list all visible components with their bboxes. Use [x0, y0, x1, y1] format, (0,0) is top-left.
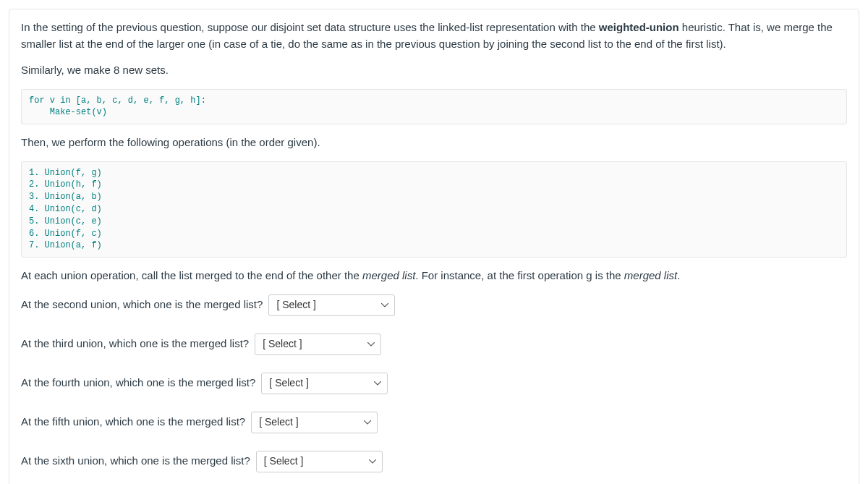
intro-bold: weighted-union	[599, 21, 679, 33]
select-placeholder: [ Select ]	[259, 415, 298, 430]
question-row-6: At the sixth union, which one is the mer…	[21, 451, 847, 472]
intro-paragraph-1: In the setting of the previous question,…	[21, 20, 847, 52]
question-text-3: At the third union, which one is the mer…	[21, 336, 249, 352]
explain-d: merged list	[624, 269, 677, 281]
select-q3[interactable]: [ Select ]	[255, 334, 381, 355]
chevron-down-icon	[381, 303, 388, 307]
select-placeholder: [ Select ]	[269, 375, 308, 391]
select-placeholder: [ Select ]	[276, 297, 315, 313]
explain-a: At each union operation, call the list m…	[21, 269, 362, 281]
code-block-makeset: for v in [a, b, c, d, e, f, g, h]: Make-…	[21, 89, 847, 125]
intro-paragraph-2: Similarly, we make 8 new sets.	[21, 62, 847, 79]
select-q2[interactable]: [ Select ]	[268, 294, 395, 316]
question-text-6: At the sixth union, which one is the mer…	[21, 453, 250, 470]
question-row-3: At the third union, which one is the mer…	[21, 334, 847, 355]
then-paragraph: Then, we perform the following operation…	[21, 135, 847, 151]
code-block-unions: 1. Union(f, g) 2. Union(h, f) 3. Union(a…	[21, 161, 847, 258]
chevron-down-icon	[364, 420, 371, 425]
select-q4[interactable]: [ Select ]	[261, 373, 388, 394]
question-row-4: At the fourth union, which one is the me…	[21, 373, 847, 394]
question-text-2: At the second union, which one is the me…	[21, 297, 263, 313]
select-placeholder: [ Select ]	[264, 454, 303, 469]
explain-e: .	[677, 269, 680, 281]
question-row-2: At the second union, which one is the me…	[21, 294, 847, 316]
question-row-5: At the fifth union, which one is the mer…	[21, 412, 847, 433]
chevron-down-icon	[374, 381, 381, 386]
intro-text-1a: In the setting of the previous question,…	[21, 21, 599, 33]
explain-b: merged list	[362, 269, 415, 281]
explain-paragraph: At each union operation, call the list m…	[21, 268, 847, 284]
chevron-down-icon	[367, 342, 375, 347]
select-q6[interactable]: [ Select ]	[256, 451, 383, 472]
select-q5[interactable]: [ Select ]	[251, 412, 378, 433]
chevron-down-icon	[369, 459, 376, 464]
question-container: In the setting of the previous question,…	[9, 9, 859, 484]
explain-c: . For instance, at the first operation g…	[415, 269, 624, 281]
question-text-5: At the fifth union, which one is the mer…	[21, 414, 245, 430]
question-text-4: At the fourth union, which one is the me…	[21, 375, 255, 391]
select-placeholder: [ Select ]	[263, 336, 302, 352]
